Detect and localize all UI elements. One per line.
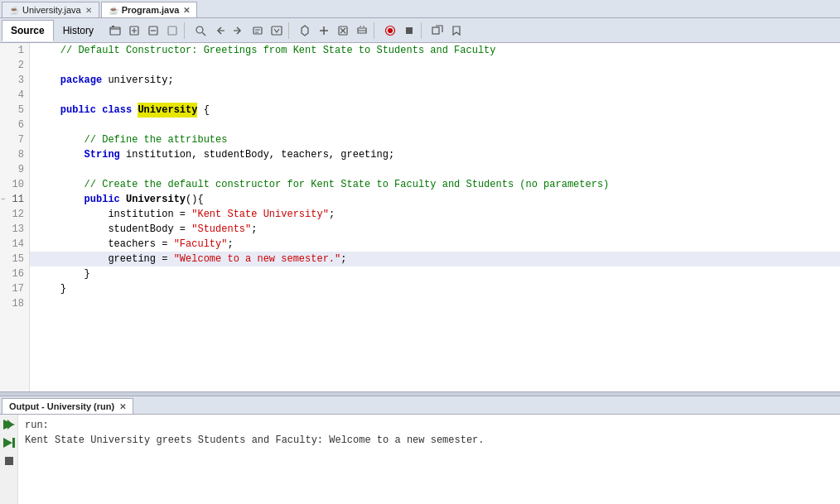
toolbar-back[interactable] (210, 22, 229, 40)
svg-rect-8 (272, 26, 282, 35)
toolbar-btn-7[interactable] (296, 22, 314, 40)
line-num-6: 6 (0, 118, 29, 132)
line-num-14: 14 (0, 237, 29, 252)
toolbar-btn-8[interactable] (315, 22, 333, 40)
output-sidebar (0, 415, 18, 504)
toolbar-btn-3[interactable] (144, 22, 162, 40)
toolbar-sep-3 (374, 22, 379, 39)
editor-tab-bar: ☕ University.java ✕ ☕ Program.java ✕ (0, 0, 840, 18)
svg-marker-16 (3, 438, 12, 448)
svg-rect-18 (5, 457, 13, 465)
output-line-2: Kent State University greets Students an… (25, 433, 833, 448)
toolbar-btn-10[interactable] (353, 22, 371, 40)
line-num-16: 16 (0, 266, 29, 281)
line-num-12: 12 (0, 207, 29, 222)
code-line-16: } (30, 266, 840, 281)
code-line-18 (30, 296, 840, 311)
line-numbers: 1 2 3 4 5 6 7 8 9 10 − 11 12 13 14 15 16… (0, 43, 30, 391)
output-text-area[interactable]: run: Kent State University greets Studen… (18, 415, 840, 504)
output-run-btn-1[interactable] (2, 418, 16, 431)
output-run-btn-2[interactable] (2, 436, 16, 449)
svg-rect-12 (406, 27, 413, 34)
line-num-9: 9 (0, 162, 29, 177)
output-line-1: run: (25, 418, 833, 433)
code-line-8: String institution, studentBody, teacher… (30, 147, 840, 162)
code-line-1: // Default Constructor: Greetings from K… (30, 43, 840, 58)
toolbar-run-btn[interactable] (381, 22, 399, 40)
toolbar-btn-6[interactable] (268, 22, 286, 40)
output-tab[interactable]: Output - University (run) ✕ (2, 398, 133, 414)
output-text-2: Kent State University greets Students an… (25, 433, 485, 448)
toolbar-sep-1 (184, 22, 189, 39)
code-line-10: // Create the default constructor for Ke… (30, 177, 840, 192)
source-toolbar: Source History (0, 18, 840, 43)
toolbar-btn-5[interactable] (249, 22, 267, 40)
source-tab[interactable]: Source (2, 20, 54, 41)
toolbar-fwd[interactable] (229, 22, 248, 40)
editor-area: 1 2 3 4 5 6 7 8 9 10 − 11 12 13 14 15 16… (0, 43, 840, 391)
toolbar-btn-4[interactable] (163, 22, 181, 40)
svg-rect-13 (432, 27, 439, 34)
output-stop-btn[interactable] (2, 454, 16, 468)
svg-rect-0 (110, 27, 120, 35)
output-tab-bar: Output - University (run) ✕ (0, 396, 840, 415)
output-tab-label: Output - University (run) (9, 401, 114, 411)
code-content[interactable]: // Default Constructor: Greetings from K… (30, 43, 840, 391)
code-line-3: package university; (30, 73, 840, 88)
code-line-17: } (30, 281, 840, 296)
line-num-7: 7 (0, 132, 29, 147)
code-line-15: greeting = "Welcome to a new semester."; (30, 252, 840, 266)
toolbar-icons (106, 22, 466, 40)
output-content: run: Kent State University greets Studen… (0, 415, 840, 504)
toolbar-btn-2[interactable] (125, 22, 143, 40)
tab-program-java[interactable]: ☕ Program.java ✕ (101, 2, 198, 17)
toolbar-search[interactable] (191, 22, 210, 40)
history-tab-label: History (63, 25, 94, 36)
output-panel: Output - University (run) ✕ run: Kent St… (0, 396, 840, 504)
java-icon-2: ☕ (109, 6, 118, 15)
toolbar-sep-2 (288, 22, 293, 39)
code-line-14: teachers = "Faculty"; (30, 237, 840, 252)
close-tab-btn-2[interactable]: ✕ (183, 6, 190, 15)
close-tab-btn[interactable]: ✕ (85, 6, 92, 15)
toolbar-stop-btn[interactable] (400, 22, 418, 40)
output-text-1: run: (25, 418, 49, 433)
line-num-1: 1 (0, 43, 29, 58)
line-num-8: 8 (0, 147, 29, 162)
code-line-5: public class University { (30, 103, 840, 118)
source-tab-label: Source (11, 25, 45, 36)
line-num-2: 2 (0, 58, 29, 73)
code-line-4 (30, 88, 840, 103)
history-tab[interactable]: History (54, 20, 103, 41)
svg-line-6 (203, 32, 206, 36)
code-line-9 (30, 162, 840, 177)
svg-marker-15 (7, 420, 13, 430)
line-num-10: 10 (0, 177, 29, 192)
toolbar-btn-9[interactable] (334, 22, 352, 40)
svg-rect-4 (168, 26, 176, 35)
toolbar-sep-4 (421, 22, 426, 39)
tab-label-2: Program.java (122, 5, 180, 15)
svg-rect-7 (253, 27, 262, 34)
code-line-2 (30, 58, 840, 73)
code-line-11: public University(){ (30, 192, 840, 207)
tab-university-java[interactable]: ☕ University.java ✕ (2, 2, 99, 17)
java-icon: ☕ (9, 6, 19, 15)
toolbar-btn-12[interactable] (447, 22, 466, 40)
line-num-17: 17 (0, 281, 29, 296)
line-num-15: 15 (0, 252, 29, 266)
line-num-4: 4 (0, 88, 29, 103)
code-line-7: // Define the attributes (30, 132, 840, 147)
code-container: 1 2 3 4 5 6 7 8 9 10 − 11 12 13 14 15 16… (0, 43, 840, 391)
toolbar-btn-11[interactable] (428, 22, 447, 40)
line-num-3: 3 (0, 73, 29, 88)
svg-point-11 (388, 28, 393, 33)
tab-label: University.java (22, 5, 81, 15)
toolbar-btn-1[interactable] (106, 22, 124, 40)
code-line-13: studentBody = "Students"; (30, 222, 840, 237)
collapse-icon[interactable]: − (1, 192, 5, 207)
code-line-12: institution = "Kent State University"; (30, 207, 840, 222)
line-num-13: 13 (0, 222, 29, 237)
output-close-btn[interactable]: ✕ (119, 402, 126, 411)
code-line-6 (30, 118, 840, 132)
